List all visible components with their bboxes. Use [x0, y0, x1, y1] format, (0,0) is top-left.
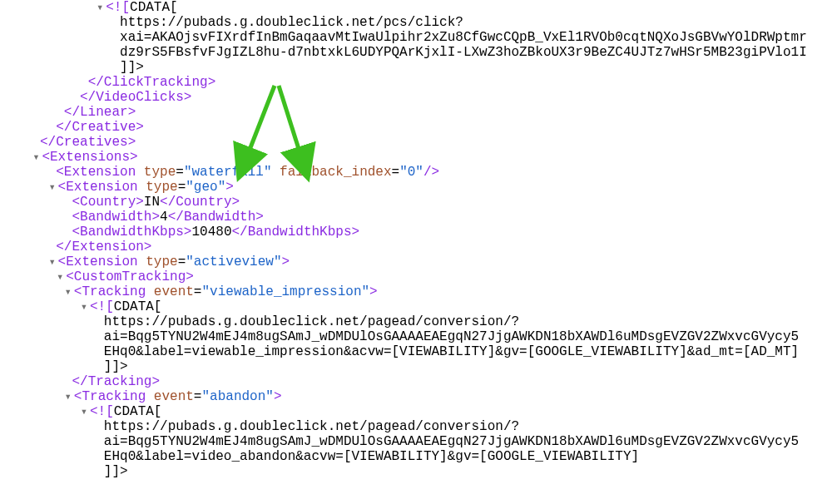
- tag-name: Tracking: [82, 284, 146, 299]
- punct: >: [151, 210, 160, 225]
- punct: >: [281, 254, 290, 269]
- tag-name: Bandwidth: [184, 210, 255, 225]
- close-tag: </Linear>: [0, 105, 807, 120]
- punct: >: [255, 210, 264, 225]
- bandwidth-element: <Bandwidth>4</Bandwidth>: [0, 210, 807, 225]
- punct: <: [72, 210, 80, 225]
- cdata-prefix: <![: [90, 404, 114, 419]
- close-tag: </ClickTracking>: [0, 75, 807, 90]
- tracking-viewable: ▼<Tracking event="viewable_impression">: [0, 284, 807, 299]
- punct: <: [72, 225, 80, 240]
- cdata-text: CDATA[: [114, 404, 162, 419]
- toggle-icon[interactable]: ▼: [80, 404, 88, 419]
- punct: <: [72, 195, 80, 210]
- attr-value: "waterfall": [184, 165, 272, 180]
- tag-text: </Creatives>: [40, 135, 136, 150]
- tag-name: Extension: [66, 254, 137, 269]
- toggle-icon[interactable]: ▼: [64, 284, 72, 299]
- cdata-line: dz9rS5FBsfvFJgIZL8hu-d7nbtxkL6UDYPQArKjx…: [0, 45, 807, 60]
- tag-text: <Extensions>: [42, 150, 137, 165]
- cdata-line: EHq0&label=viewable_impression&acvw=[VIE…: [0, 344, 807, 359]
- attr-name: type: [146, 180, 177, 195]
- cdata-end: ]]>: [104, 359, 128, 374]
- cdata-text: EHq0&label=video_abandon&acvw=[VIEWABILI…: [104, 449, 639, 464]
- close-tag: </Tracking>: [0, 374, 807, 389]
- tag-text: </Linear>: [64, 105, 136, 120]
- toggle-icon[interactable]: ▼: [64, 389, 72, 404]
- cdata-text: https://pubads.g.doubleclick.net/pagead/…: [104, 314, 519, 329]
- tag-name: Extension: [66, 180, 137, 195]
- punct: >: [231, 195, 240, 210]
- toggle-icon[interactable]: ▼: [48, 180, 57, 195]
- cdata-open: ▼<![CDATA[: [0, 0, 807, 15]
- extension-activeview: ▼<Extension type="activeview">: [0, 254, 807, 269]
- cdata-end: ]]>: [104, 464, 128, 479]
- tag-name: Extension: [64, 165, 136, 180]
- toggle-icon[interactable]: ▼: [56, 269, 64, 284]
- cdata-line: ai=Bqg5TYNU2W4mEJ4m8ugSAmJ_wDMDUlOsGAAAA…: [0, 434, 807, 449]
- customtracking-element: ▼<CustomTracking>: [0, 269, 807, 284]
- attr-value: "abandon": [201, 389, 273, 404]
- text-value: 4: [160, 210, 168, 225]
- punct: <: [58, 180, 67, 195]
- cdata-close: ]]>: [0, 359, 807, 374]
- toggle-icon[interactable]: ▼: [80, 299, 88, 314]
- close-tag: </Extension>: [0, 240, 807, 254]
- close-tag: </Creatives>: [0, 135, 807, 150]
- attr-name: event: [154, 284, 194, 299]
- cdata-line: https://pubads.g.doubleclick.net/pagead/…: [0, 419, 807, 434]
- cdata-text: https://pubads.g.doubleclick.net/pagead/…: [104, 419, 519, 434]
- punct: >: [369, 284, 378, 299]
- punct: >: [225, 180, 234, 195]
- tag-text: </Tracking>: [72, 374, 160, 389]
- tag-text: </Extension>: [56, 240, 151, 254]
- toggle-icon[interactable]: ▼: [96, 0, 104, 15]
- cdata-prefix: <![: [90, 299, 114, 314]
- cdata-text: ai=Bqg5TYNU2W4mEJ4m8ugSAmJ_wDMDUlOsGAAAA…: [104, 329, 799, 344]
- cdata-text: xai=AKAOjsvFIXrdfInBmGaqaavMtIwaUlpihr2x…: [120, 30, 807, 45]
- tag-name: Bandwidth: [80, 210, 151, 225]
- open-extensions: ▼<Extensions>: [0, 150, 807, 165]
- tag-name: BandwidthKbps: [80, 225, 184, 240]
- tag-name: Country: [176, 195, 231, 210]
- bandwidthkbps-element: <BandwidthKbps>10480</BandwidthKbps>: [0, 225, 807, 240]
- punct: <: [74, 389, 82, 404]
- toggle-icon[interactable]: ▼: [32, 150, 40, 165]
- punct: />: [423, 165, 439, 180]
- cdata-close: ]]>: [0, 60, 807, 75]
- punct: <: [56, 165, 64, 180]
- cdata-close: ]]>: [0, 464, 807, 479]
- punct: >: [274, 389, 282, 404]
- country-element: <Country>IN</Country>: [0, 195, 807, 210]
- attr-name: type: [144, 165, 176, 180]
- attr-value: "geo": [186, 180, 225, 195]
- cdata-text: dz9rS5FBsfvFJgIZL8hu-d7nbtxkL6UDYPQArKjx…: [120, 45, 807, 60]
- cdata-end: ]]>: [120, 60, 144, 75]
- attr-value: "0": [399, 165, 423, 180]
- tag-text: <CustomTracking>: [66, 269, 194, 284]
- cdata-line: xai=AKAOjsvFIXrdfInBmGaqaavMtIwaUlpihr2x…: [0, 30, 807, 45]
- text-value: 10480: [191, 225, 231, 240]
- attr-value: "viewable_impression": [201, 284, 369, 299]
- attr-name: event: [154, 389, 194, 404]
- cdata-text: EHq0&label=viewable_impression&acvw=[VIE…: [104, 344, 799, 359]
- attr-value: "activeview": [186, 254, 281, 269]
- punct: >: [352, 225, 360, 240]
- cdata-text: ai=Bqg5TYNU2W4mEJ4m8ugSAmJ_wDMDUlOsGAAAA…: [104, 434, 799, 449]
- xml-tree-view: ▼<![CDATA[ https://pubads.g.doubleclick.…: [0, 0, 807, 479]
- cdata-line: https://pubads.g.doubleclick.net/pagead/…: [0, 314, 807, 329]
- cdata-line: EHq0&label=video_abandon&acvw=[VIEWABILI…: [0, 449, 807, 464]
- tracking-abandon: ▼<Tracking event="abandon">: [0, 389, 807, 404]
- cdata-open: ▼<![CDATA[: [0, 299, 807, 314]
- tag-name: Country: [80, 195, 136, 210]
- cdata-line: ai=Bqg5TYNU2W4mEJ4m8ugSAmJ_wDMDUlOsGAAAA…: [0, 329, 807, 344]
- punct: <: [58, 254, 67, 269]
- tag-text: </Creative>: [56, 120, 144, 135]
- cdata-text: CDATA[: [130, 0, 178, 15]
- cdata-line: https://pubads.g.doubleclick.net/pcs/cli…: [0, 15, 807, 30]
- tag-text: </ClickTracking>: [88, 75, 216, 90]
- toggle-icon[interactable]: ▼: [48, 254, 57, 269]
- tag-text: </VideoClicks>: [80, 90, 191, 105]
- extension-geo: ▼<Extension type="geo">: [0, 180, 807, 195]
- cdata-text: CDATA[: [114, 299, 162, 314]
